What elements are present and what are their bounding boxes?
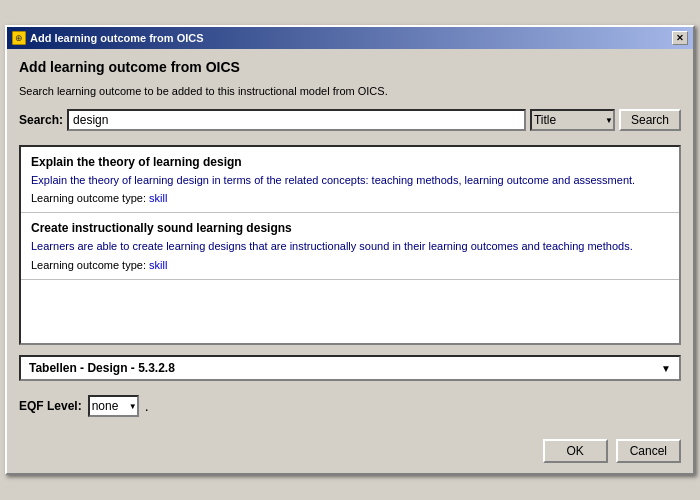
- result-type-label-1: Learning outcome type:: [31, 192, 149, 204]
- selected-item-text: Tabellen - Design - 5.3.2.8: [29, 361, 175, 375]
- result-type-value-1: skill: [149, 192, 167, 204]
- result-item-2[interactable]: Create instructionally sound learning de…: [21, 213, 679, 279]
- eqf-dot: .: [145, 398, 149, 414]
- ok-button[interactable]: OK: [543, 439, 608, 463]
- bottom-buttons: OK Cancel: [7, 433, 693, 473]
- add-learning-outcome-dialog: ⊕ Add learning outcome from OICS ✕ Add l…: [5, 25, 695, 475]
- title-bar-left: ⊕ Add learning outcome from OICS: [12, 31, 204, 45]
- search-type-dropdown[interactable]: Title Description Keywords: [530, 109, 615, 131]
- search-label: Search:: [19, 113, 63, 127]
- search-input[interactable]: [67, 109, 526, 131]
- result-description-2: Learners are able to create learning des…: [31, 239, 669, 254]
- eqf-row: EQF Level: none 1 2 3 4 5 6 7 8 ▼ .: [19, 389, 681, 423]
- close-button[interactable]: ✕: [672, 31, 688, 45]
- title-bar: ⊕ Add learning outcome from OICS ✕: [7, 27, 693, 49]
- result-item-1[interactable]: Explain the theory of learning design Ex…: [21, 147, 679, 213]
- search-type-dropdown-wrapper: Title Description Keywords ▼: [530, 109, 615, 131]
- result-type-1: Learning outcome type: skill: [31, 192, 669, 204]
- selected-item-bar[interactable]: Tabellen - Design - 5.3.2.8 ▼: [19, 355, 681, 381]
- search-row: Search: Title Description Keywords ▼ Sea…: [19, 109, 681, 131]
- result-type-label-2: Learning outcome type:: [31, 259, 149, 271]
- result-type-value-2: skill: [149, 259, 167, 271]
- result-title-1: Explain the theory of learning design: [31, 155, 669, 169]
- dialog-heading: Add learning outcome from OICS: [19, 59, 681, 75]
- search-button[interactable]: Search: [619, 109, 681, 131]
- selected-item-expand-icon: ▼: [661, 363, 671, 374]
- dialog-icon: ⊕: [12, 31, 26, 45]
- eqf-label: EQF Level:: [19, 399, 82, 413]
- eqf-dropdown-wrapper: none 1 2 3 4 5 6 7 8 ▼: [88, 395, 139, 417]
- title-bar-text: Add learning outcome from OICS: [30, 32, 204, 44]
- results-area[interactable]: Explain the theory of learning design Ex…: [19, 145, 681, 345]
- result-description-1: Explain the theory of learning design in…: [31, 173, 669, 188]
- dialog-subtitle: Search learning outcome to be added to t…: [19, 85, 681, 97]
- cancel-button[interactable]: Cancel: [616, 439, 681, 463]
- dialog-content: Add learning outcome from OICS Search le…: [7, 49, 693, 433]
- eqf-dropdown[interactable]: none 1 2 3 4 5 6 7 8: [88, 395, 139, 417]
- result-type-2: Learning outcome type: skill: [31, 259, 669, 271]
- result-title-2: Create instructionally sound learning de…: [31, 221, 669, 235]
